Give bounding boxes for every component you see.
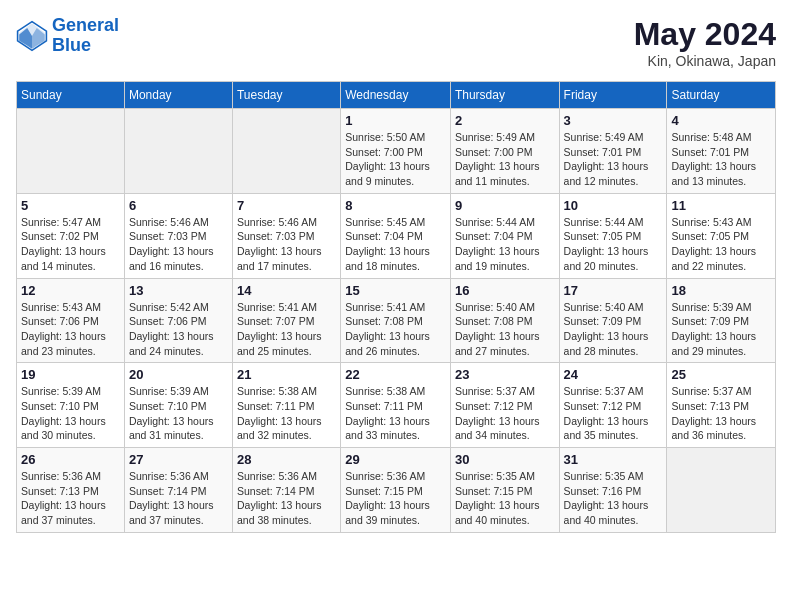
day-info: Sunrise: 5:39 AMSunset: 7:10 PMDaylight:… xyxy=(129,384,228,443)
day-number: 19 xyxy=(21,367,120,382)
calendar-cell: 20Sunrise: 5:39 AMSunset: 7:10 PMDayligh… xyxy=(124,363,232,448)
day-number: 31 xyxy=(564,452,663,467)
day-info: Sunrise: 5:41 AMSunset: 7:07 PMDaylight:… xyxy=(237,300,336,359)
day-number: 30 xyxy=(455,452,555,467)
day-info: Sunrise: 5:43 AMSunset: 7:06 PMDaylight:… xyxy=(21,300,120,359)
day-info: Sunrise: 5:36 AMSunset: 7:14 PMDaylight:… xyxy=(237,469,336,528)
logo-icon xyxy=(16,20,48,52)
day-info: Sunrise: 5:38 AMSunset: 7:11 PMDaylight:… xyxy=(345,384,446,443)
calendar-cell: 24Sunrise: 5:37 AMSunset: 7:12 PMDayligh… xyxy=(559,363,667,448)
calendar-cell xyxy=(124,109,232,194)
calendar-cell: 29Sunrise: 5:36 AMSunset: 7:15 PMDayligh… xyxy=(341,448,451,533)
day-info: Sunrise: 5:42 AMSunset: 7:06 PMDaylight:… xyxy=(129,300,228,359)
logo-text: General Blue xyxy=(52,16,119,56)
calendar-cell: 31Sunrise: 5:35 AMSunset: 7:16 PMDayligh… xyxy=(559,448,667,533)
day-info: Sunrise: 5:45 AMSunset: 7:04 PMDaylight:… xyxy=(345,215,446,274)
weekday-header-saturday: Saturday xyxy=(667,82,776,109)
day-number: 3 xyxy=(564,113,663,128)
day-info: Sunrise: 5:40 AMSunset: 7:09 PMDaylight:… xyxy=(564,300,663,359)
day-number: 1 xyxy=(345,113,446,128)
day-number: 5 xyxy=(21,198,120,213)
day-info: Sunrise: 5:44 AMSunset: 7:04 PMDaylight:… xyxy=(455,215,555,274)
day-info: Sunrise: 5:49 AMSunset: 7:00 PMDaylight:… xyxy=(455,130,555,189)
day-number: 12 xyxy=(21,283,120,298)
day-number: 25 xyxy=(671,367,771,382)
day-number: 15 xyxy=(345,283,446,298)
day-number: 29 xyxy=(345,452,446,467)
day-info: Sunrise: 5:37 AMSunset: 7:12 PMDaylight:… xyxy=(455,384,555,443)
day-info: Sunrise: 5:36 AMSunset: 7:15 PMDaylight:… xyxy=(345,469,446,528)
calendar-cell: 6Sunrise: 5:46 AMSunset: 7:03 PMDaylight… xyxy=(124,193,232,278)
calendar-cell: 2Sunrise: 5:49 AMSunset: 7:00 PMDaylight… xyxy=(450,109,559,194)
subtitle: Kin, Okinawa, Japan xyxy=(634,53,776,69)
day-number: 17 xyxy=(564,283,663,298)
calendar-table: SundayMondayTuesdayWednesdayThursdayFrid… xyxy=(16,81,776,533)
calendar-cell: 19Sunrise: 5:39 AMSunset: 7:10 PMDayligh… xyxy=(17,363,125,448)
day-number: 7 xyxy=(237,198,336,213)
calendar-cell: 15Sunrise: 5:41 AMSunset: 7:08 PMDayligh… xyxy=(341,278,451,363)
day-info: Sunrise: 5:35 AMSunset: 7:15 PMDaylight:… xyxy=(455,469,555,528)
day-info: Sunrise: 5:50 AMSunset: 7:00 PMDaylight:… xyxy=(345,130,446,189)
main-title: May 2024 xyxy=(634,16,776,53)
calendar-cell: 21Sunrise: 5:38 AMSunset: 7:11 PMDayligh… xyxy=(232,363,340,448)
day-info: Sunrise: 5:39 AMSunset: 7:10 PMDaylight:… xyxy=(21,384,120,443)
calendar-cell: 12Sunrise: 5:43 AMSunset: 7:06 PMDayligh… xyxy=(17,278,125,363)
page-header: General Blue May 2024 Kin, Okinawa, Japa… xyxy=(16,16,776,69)
calendar-cell: 10Sunrise: 5:44 AMSunset: 7:05 PMDayligh… xyxy=(559,193,667,278)
calendar-header: SundayMondayTuesdayWednesdayThursdayFrid… xyxy=(17,82,776,109)
calendar-cell: 25Sunrise: 5:37 AMSunset: 7:13 PMDayligh… xyxy=(667,363,776,448)
day-info: Sunrise: 5:36 AMSunset: 7:14 PMDaylight:… xyxy=(129,469,228,528)
calendar-cell: 11Sunrise: 5:43 AMSunset: 7:05 PMDayligh… xyxy=(667,193,776,278)
day-number: 24 xyxy=(564,367,663,382)
calendar-cell xyxy=(667,448,776,533)
calendar-cell: 4Sunrise: 5:48 AMSunset: 7:01 PMDaylight… xyxy=(667,109,776,194)
calendar-cell: 23Sunrise: 5:37 AMSunset: 7:12 PMDayligh… xyxy=(450,363,559,448)
day-number: 11 xyxy=(671,198,771,213)
day-number: 2 xyxy=(455,113,555,128)
calendar-cell xyxy=(232,109,340,194)
day-number: 14 xyxy=(237,283,336,298)
weekday-row: SundayMondayTuesdayWednesdayThursdayFrid… xyxy=(17,82,776,109)
calendar-cell: 7Sunrise: 5:46 AMSunset: 7:03 PMDaylight… xyxy=(232,193,340,278)
day-info: Sunrise: 5:40 AMSunset: 7:08 PMDaylight:… xyxy=(455,300,555,359)
calendar-cell: 17Sunrise: 5:40 AMSunset: 7:09 PMDayligh… xyxy=(559,278,667,363)
day-info: Sunrise: 5:47 AMSunset: 7:02 PMDaylight:… xyxy=(21,215,120,274)
calendar-cell: 13Sunrise: 5:42 AMSunset: 7:06 PMDayligh… xyxy=(124,278,232,363)
day-number: 23 xyxy=(455,367,555,382)
day-number: 20 xyxy=(129,367,228,382)
day-number: 18 xyxy=(671,283,771,298)
day-number: 9 xyxy=(455,198,555,213)
weekday-header-tuesday: Tuesday xyxy=(232,82,340,109)
day-number: 8 xyxy=(345,198,446,213)
day-info: Sunrise: 5:38 AMSunset: 7:11 PMDaylight:… xyxy=(237,384,336,443)
day-info: Sunrise: 5:46 AMSunset: 7:03 PMDaylight:… xyxy=(129,215,228,274)
calendar-week-3: 12Sunrise: 5:43 AMSunset: 7:06 PMDayligh… xyxy=(17,278,776,363)
logo: General Blue xyxy=(16,16,119,56)
day-info: Sunrise: 5:39 AMSunset: 7:09 PMDaylight:… xyxy=(671,300,771,359)
title-block: May 2024 Kin, Okinawa, Japan xyxy=(634,16,776,69)
day-number: 27 xyxy=(129,452,228,467)
calendar-cell: 22Sunrise: 5:38 AMSunset: 7:11 PMDayligh… xyxy=(341,363,451,448)
day-number: 10 xyxy=(564,198,663,213)
calendar-cell: 8Sunrise: 5:45 AMSunset: 7:04 PMDaylight… xyxy=(341,193,451,278)
day-number: 13 xyxy=(129,283,228,298)
calendar-cell: 30Sunrise: 5:35 AMSunset: 7:15 PMDayligh… xyxy=(450,448,559,533)
day-number: 22 xyxy=(345,367,446,382)
day-info: Sunrise: 5:46 AMSunset: 7:03 PMDaylight:… xyxy=(237,215,336,274)
day-number: 26 xyxy=(21,452,120,467)
calendar-body: 1Sunrise: 5:50 AMSunset: 7:00 PMDaylight… xyxy=(17,109,776,533)
day-info: Sunrise: 5:37 AMSunset: 7:12 PMDaylight:… xyxy=(564,384,663,443)
calendar-cell: 1Sunrise: 5:50 AMSunset: 7:00 PMDaylight… xyxy=(341,109,451,194)
day-info: Sunrise: 5:41 AMSunset: 7:08 PMDaylight:… xyxy=(345,300,446,359)
day-number: 28 xyxy=(237,452,336,467)
weekday-header-wednesday: Wednesday xyxy=(341,82,451,109)
calendar-cell xyxy=(17,109,125,194)
day-info: Sunrise: 5:44 AMSunset: 7:05 PMDaylight:… xyxy=(564,215,663,274)
calendar-cell: 5Sunrise: 5:47 AMSunset: 7:02 PMDaylight… xyxy=(17,193,125,278)
calendar-cell: 14Sunrise: 5:41 AMSunset: 7:07 PMDayligh… xyxy=(232,278,340,363)
day-number: 6 xyxy=(129,198,228,213)
calendar-cell: 16Sunrise: 5:40 AMSunset: 7:08 PMDayligh… xyxy=(450,278,559,363)
day-number: 4 xyxy=(671,113,771,128)
day-info: Sunrise: 5:49 AMSunset: 7:01 PMDaylight:… xyxy=(564,130,663,189)
calendar-week-1: 1Sunrise: 5:50 AMSunset: 7:00 PMDaylight… xyxy=(17,109,776,194)
